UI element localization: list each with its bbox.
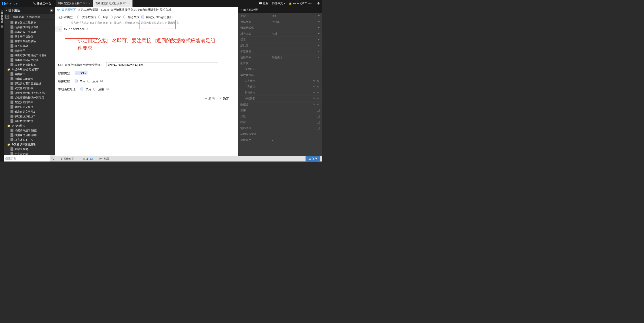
crumb-component[interactable]: 组件配置 (98, 157, 109, 160)
settings-row[interactable]: 数据类型字符串▾ (238, 19, 322, 25)
workbench-link[interactable]: 开发工作台 (32, 1, 52, 5)
tree-item[interactable]: 提供变量数据供外部使用 (4, 95, 55, 100)
info-icon[interactable]: ⓘ (100, 79, 103, 83)
radio-db[interactable] (77, 16, 80, 18)
search-icon[interactable]: 🔍 (50, 157, 55, 160)
tree-item[interactable]: 自由窗口(copy) (4, 76, 55, 81)
tree-group[interactable]: 📁⚙组件用法-自定义窗口 (4, 67, 55, 72)
radio-static[interactable] (123, 16, 126, 18)
event-row[interactable]: 按键弹起✎⚙ (238, 96, 322, 102)
refresh-icon[interactable]: ⟳ (57, 8, 60, 12)
close-icon[interactable]: ✕ (88, 2, 90, 5)
settings-row[interactable]: 类型text▾ (238, 13, 322, 19)
edit-icon[interactable]: ✎ (313, 103, 315, 106)
tree-item[interactable]: 填完才能下一步 (4, 137, 55, 142)
tree-item[interactable]: 根据条件启用/禁用 (4, 133, 55, 137)
opt-http[interactable]: http (103, 15, 108, 19)
save-button[interactable]: 🖫 保存 (306, 156, 320, 161)
tree-item[interactable]: 变字段更新 (4, 151, 55, 155)
crumb-window[interactable]: 窗口 (83, 157, 88, 160)
vertical-rail[interactable]: ▥页面管理 ▤数据导航 ▤周期配置 ⟨⟩ 自定义 http 接口 (0, 7, 4, 161)
aux-text-row[interactable]: 辅助按钮文本 (238, 131, 322, 137)
tree-item[interactable]: 根据条件显示/隐藏 (4, 128, 55, 133)
mock-disable[interactable] (75, 79, 78, 83)
tree-item[interactable]: 触发自定义事件 (4, 104, 55, 109)
flag-row[interactable]: 辅助按钮 (238, 125, 322, 131)
tree-item[interactable]: 提供变量数据供外部使用2 (4, 90, 55, 95)
flag-row[interactable]: 禁用 (238, 107, 322, 113)
settings-row[interactable]: 默认值▾ (238, 43, 322, 49)
radio-http[interactable] (98, 16, 101, 18)
local-enable[interactable] (93, 88, 96, 91)
back-to-flow[interactable]: ← 返回流程图 (58, 157, 74, 160)
tree-item[interactable]: 变字段查询 (4, 147, 55, 151)
tab-2[interactable]: 表单绑定自定义数据源 267 ✕ (93, 0, 132, 7)
tree-item[interactable]: 受其他窗口影响 (4, 86, 55, 90)
mock-enable-label[interactable]: 启用 (92, 79, 98, 83)
opt-db[interactable]: 关系数据库 (82, 15, 96, 19)
ok-button[interactable]: 确定 (219, 96, 229, 101)
tree-item[interactable]: 自定义窗口约束 (4, 100, 55, 104)
placeholder-config[interactable]: 占位提示 (238, 66, 322, 72)
datasource-row[interactable]: 数据源✎⚙ (238, 102, 322, 108)
tree-group[interactable]: 📁SQL标识符变量用法 (4, 142, 55, 147)
expand-icon[interactable] (5, 15, 9, 18)
radio-custom[interactable] (141, 15, 144, 19)
tree-item[interactable]: 表单绑定初始数据 (4, 62, 55, 67)
tab-1[interactable]: 调用自定义后台接口 262 ✕ (56, 0, 93, 7)
event-row[interactable]: 失去焦点✎⚙ (238, 78, 322, 84)
local-disable[interactable] (80, 87, 84, 91)
tree-item[interactable]: 弹出可多行选择的二维表单 (4, 53, 55, 58)
info-icon[interactable]: ⓘ (106, 87, 109, 91)
collapse-icon[interactable]: « (6, 9, 7, 12)
settings-row[interactable]: 绑定变量▾ (238, 48, 322, 54)
tree-item[interactable]: 获取数据源数据2 (4, 114, 55, 119)
tree-item[interactable]: 行操作按钮超级表单 (4, 25, 55, 29)
tutorial-link[interactable]: 📖 教程 (259, 1, 268, 5)
event-row[interactable]: 内容改变✎⚙ (238, 84, 322, 90)
add-page-button[interactable]: ✦ 添加页面 (26, 15, 40, 18)
flag-row[interactable]: 只读 (238, 113, 322, 119)
tree-item[interactable]: 表单弹出二维表单 (4, 20, 55, 25)
settings-row[interactable]: 对齐方式左对▾ (238, 31, 322, 37)
opt-static[interactable]: 静态数据 (128, 15, 140, 19)
tree-group[interactable]: 📁⚙按钮用法 (4, 123, 55, 128)
url-query-input[interactable] (106, 62, 218, 67)
opt-jsonp[interactable]: jsonp (114, 15, 122, 19)
tree-item[interactable]: 获取数据源数据 (4, 119, 55, 123)
event-group[interactable]: 事件处理器 (238, 72, 322, 78)
search-input[interactable] (4, 155, 50, 161)
tree-item[interactable]: 自由窗口 (4, 72, 55, 76)
settings-row[interactable]: 提示▾ (238, 37, 322, 43)
mock-enable[interactable] (88, 80, 90, 83)
gear-icon[interactable]: ⚙ (317, 103, 320, 106)
language-selector[interactable]: 简体中文 (272, 1, 285, 5)
config-group[interactable]: 配置项 (238, 60, 322, 66)
add-menu-button[interactable]: + 添加菜单 (11, 15, 24, 18)
trigger-row[interactable]: 触发事件▾ (238, 137, 322, 143)
tree-item[interactable]: 获取其他窗口变量数据 (4, 81, 55, 86)
settings-row[interactable]: 数据格式化▾ (238, 25, 322, 31)
mock-disable-label[interactable]: 禁用 (80, 79, 86, 83)
close-icon[interactable]: ✕ (128, 2, 130, 5)
tree-item[interactable]: 三维表单 (4, 48, 55, 53)
user-menu[interactable]: 🔒 sooon@126.com (289, 2, 313, 5)
code-editor[interactable]: my-interface-3 (62, 26, 235, 32)
settings-icon[interactable]: ⚙ (317, 1, 320, 5)
cancel-button[interactable]: 取消 (204, 96, 215, 101)
local-enable-label[interactable]: 启用 (98, 87, 104, 91)
tree-item[interactable]: 表单内嵌二维表单 (4, 29, 55, 34)
tree-item[interactable]: 触发自定义事件2 (4, 109, 55, 114)
tree-item[interactable]: 基本表单基础校验 (4, 39, 55, 43)
play-icon[interactable]: ▸ (50, 9, 54, 12)
flag-row[interactable]: 隐藏 (238, 119, 322, 125)
settings-row[interactable]: 校验事件失去焦点▾ (238, 54, 322, 60)
opt-custom[interactable]: 自定义 http(get) 接口 (146, 15, 173, 19)
data-type-select[interactable]: JSON (75, 71, 88, 75)
tree-item[interactable]: 基本表单初始值 (4, 34, 55, 39)
event-row[interactable]: 获得焦点✎⚙ (238, 90, 322, 96)
tree-item[interactable]: 基本表单自定义校验 (4, 58, 55, 62)
radio-jsonp[interactable] (110, 16, 113, 18)
local-disable-label[interactable]: 禁用 (86, 87, 91, 91)
tree-item[interactable]: 输入域联动 (4, 43, 55, 48)
